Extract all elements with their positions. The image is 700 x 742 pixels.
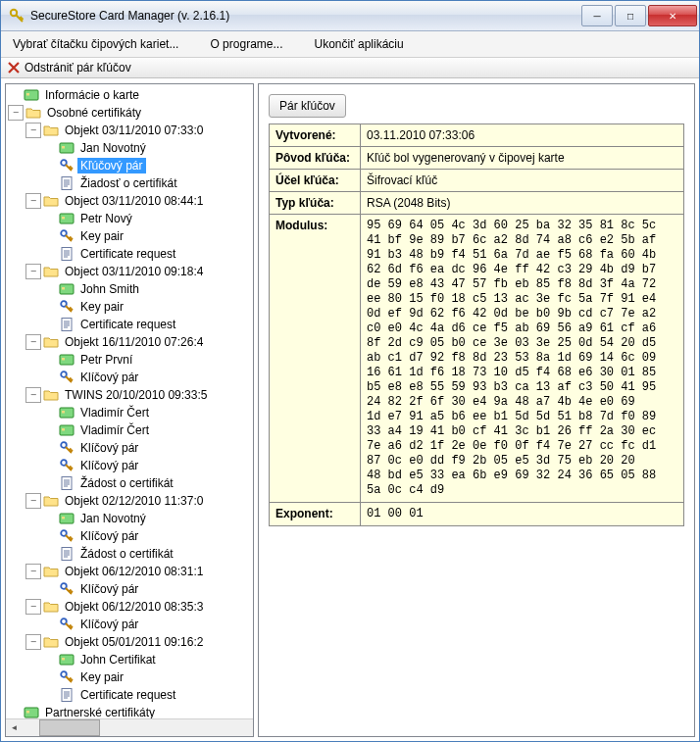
titlebar[interactable]: SecureStore Card Manager (v. 2.16.1) ─ □… — [1, 1, 699, 31]
tree-object[interactable]: −Objekt 06/12/2010 08:35:3 — [8, 598, 253, 616]
tree-object[interactable]: −Objekt 06/12/2010 08:31:1 — [8, 563, 253, 580]
menu-about[interactable]: O programe... — [206, 35, 286, 53]
tree-node-label[interactable]: Petr První — [77, 352, 135, 368]
expander-icon[interactable]: − — [25, 634, 41, 650]
expander-icon[interactable]: − — [25, 387, 41, 403]
svg-point-9 — [61, 230, 67, 236]
tree-personal-certs[interactable]: −Osobné certifikáty — [8, 104, 253, 122]
tree-item-req[interactable]: Žádost o certifikát — [8, 474, 253, 492]
tree-node-label[interactable]: Vladimír Čert — [77, 422, 152, 438]
tree-item-key[interactable]: Klíčový pár — [8, 369, 253, 386]
tree-item-req[interactable]: Certificate request — [8, 245, 253, 263]
tree-object[interactable]: −Objekt 16/11/2010 07:26:4 — [8, 333, 253, 351]
tree-item-key[interactable]: Key pair — [8, 298, 253, 316]
tree-item-req[interactable]: Certificate request — [8, 316, 253, 333]
tree-node-label[interactable]: Klíčový pár — [77, 370, 141, 385]
tree-node-label[interactable]: TWINS 20/10/2010 09:33:5 — [62, 387, 210, 403]
tree-item-key[interactable]: Klíčový pár — [8, 580, 253, 598]
tree-node-label[interactable]: Informácie o karte — [42, 87, 142, 103]
close-button[interactable]: ✕ — [648, 5, 697, 26]
tree-node-label[interactable]: Objekt 02/12/2010 11:37:0 — [62, 493, 206, 509]
tree-object[interactable]: −TWINS 20/10/2010 09:33:5 — [8, 386, 253, 404]
tree-node-label[interactable]: Osobné certifikáty — [44, 105, 144, 121]
card-icon — [59, 211, 75, 226]
tree-object[interactable]: −Objekt 02/12/2010 11:37:0 — [8, 492, 253, 510]
tree-object[interactable]: −Object 03/11/2010 09:18:4 — [8, 263, 253, 280]
tree-node-label[interactable]: Objekt 16/11/2010 07:26:4 — [62, 334, 206, 350]
tree-item-key[interactable]: Klíčový pár — [8, 439, 253, 457]
expander-icon[interactable]: − — [8, 105, 24, 121]
tree-item-key[interactable]: Klíčový pár — [8, 616, 253, 633]
expander-icon[interactable]: − — [25, 599, 41, 615]
tree-item-card[interactable]: Petr Nový — [8, 210, 253, 227]
tree-node-label[interactable]: Kľúčový pár — [77, 158, 146, 173]
tree-node-label[interactable]: Klíčový pár — [77, 528, 141, 544]
tree-node-label[interactable]: Jan Novotný — [77, 511, 149, 526]
expander-icon[interactable]: − — [25, 193, 41, 209]
row-purpose-value: Šifrovací kľúč — [361, 170, 684, 192]
tree-panel[interactable]: Informácie o karte−Osobné certifikáty−Ob… — [5, 83, 254, 737]
maximize-button[interactable]: □ — [615, 5, 646, 26]
tree-node-label[interactable]: Key pair — [77, 299, 126, 315]
tree-node-label[interactable]: Certificate request — [77, 246, 178, 262]
expander-icon[interactable]: − — [25, 564, 41, 579]
delete-keypair-button[interactable]: Odstrániť pár kľúčov — [25, 61, 131, 74]
tree-node-label[interactable]: Klíčový pár — [77, 440, 141, 456]
minimize-button[interactable]: ─ — [581, 5, 613, 26]
tree-node-label[interactable]: Jan Novotný — [77, 140, 149, 156]
menu-quit[interactable]: Ukončiť aplikáciu — [310, 35, 407, 53]
tree-object[interactable]: −Objekt 05/01/2011 09:16:2 — [8, 633, 253, 651]
tree-node-label[interactable]: John Certifikat — [77, 652, 159, 668]
tree-item-req[interactable]: Žiadosť o certifikát — [8, 174, 253, 192]
tree-item-card[interactable]: Vladimír Čert — [8, 421, 253, 439]
tree-node-label[interactable]: Key pair — [77, 228, 126, 244]
tree-item-card[interactable]: Jan Novotný — [8, 510, 253, 527]
tree-node-label[interactable]: Objekt 03/11/2010 07:33:0 — [62, 123, 206, 138]
tree-node-label[interactable]: Objekt 05/01/2011 09:16:2 — [62, 634, 206, 650]
tree-node-label[interactable]: Petr Nový — [77, 211, 135, 226]
menu-select-reader[interactable]: Vybrať čítačku čipových kariet... — [9, 35, 182, 53]
tree-node-label[interactable]: Klíčový pár — [77, 581, 141, 597]
tree-item-key[interactable]: Key pair — [8, 668, 253, 686]
keypair-header-button[interactable]: Pár kľúčov — [269, 94, 346, 118]
tree-item-req[interactable]: Žádost o certifikát — [8, 545, 253, 563]
tree-item-card[interactable]: Petr První — [8, 351, 253, 369]
svg-point-5 — [61, 160, 67, 166]
tree-node-label[interactable]: Vladimír Čert — [77, 405, 152, 420]
expander-icon[interactable]: − — [25, 334, 41, 350]
tree-item-card[interactable]: Vladimír Čert — [8, 404, 253, 421]
tree-node-label[interactable]: Certificate request — [77, 687, 178, 703]
tree-item-req[interactable]: Certificate request — [8, 686, 253, 704]
tree-object[interactable]: −Objekt 03/11/2010 07:33:0 — [8, 122, 253, 139]
tree-node-label[interactable]: Object 03/11/2010 08:44:1 — [62, 193, 206, 209]
tree-node-label[interactable]: Žádost o certifikát — [77, 546, 176, 562]
tree-node-label[interactable]: Key pair — [77, 669, 126, 685]
tree-horizontal-scrollbar[interactable]: ◄ — [6, 718, 253, 736]
tree-object[interactable]: −Object 03/11/2010 08:44:1 — [8, 192, 253, 210]
tree-node-label[interactable]: John Smith — [77, 281, 142, 297]
tree-node-label[interactable]: Klíčový pár — [77, 458, 141, 473]
tree-node-label[interactable]: Objekt 06/12/2010 08:35:3 — [62, 599, 206, 615]
expander-icon[interactable]: − — [25, 493, 41, 509]
tree-item-card[interactable]: Jan Novotný — [8, 139, 253, 157]
svg-point-33 — [61, 671, 67, 677]
tree-node-label[interactable]: Objekt 06/12/2010 08:31:1 — [62, 564, 206, 579]
tree-node-label[interactable]: Žiadosť o certifikát — [77, 175, 180, 191]
tree-item-key[interactable]: Kľúčový pár — [8, 157, 253, 174]
tree-node-label[interactable]: Klíčový pár — [77, 617, 141, 632]
expander-icon[interactable]: − — [25, 123, 41, 138]
tree-node-label[interactable]: Certificate request — [77, 317, 178, 332]
toolbar: Odstrániť pár kľúčov — [1, 58, 699, 78]
tree-item-key[interactable]: Klíčový pár — [8, 457, 253, 474]
tree-card-info[interactable]: Informácie o karte — [8, 86, 253, 104]
tree-item-key[interactable]: Klíčový pár — [8, 527, 253, 545]
tree-node-label[interactable]: Object 03/11/2010 09:18:4 — [62, 264, 206, 279]
expander-icon[interactable]: − — [25, 264, 41, 279]
svg-rect-21 — [62, 428, 65, 431]
tree-item-card[interactable]: John Smith — [8, 280, 253, 298]
tree-item-card[interactable]: John Certifikat — [8, 651, 253, 668]
key-icon — [59, 228, 75, 244]
tree-node-label[interactable]: Žádost o certifikát — [77, 475, 176, 491]
key-icon — [59, 158, 75, 173]
tree-item-key[interactable]: Key pair — [8, 227, 253, 245]
